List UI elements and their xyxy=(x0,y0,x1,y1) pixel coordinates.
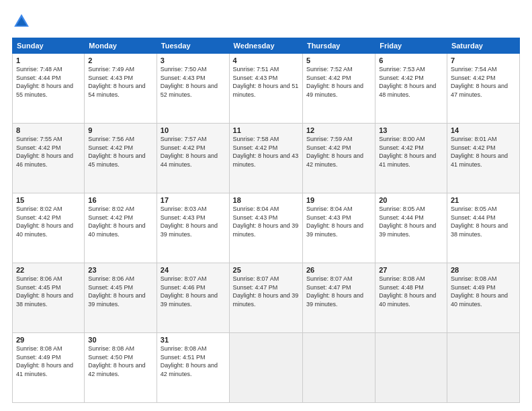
calendar-cell: 24 Sunrise: 8:07 AMSunset: 4:46 PMDaylig… xyxy=(157,263,229,333)
day-number: 30 xyxy=(88,336,153,344)
day-info: Sunrise: 8:02 AMSunset: 4:42 PMDaylight:… xyxy=(16,205,81,238)
day-number: 8 xyxy=(16,126,81,134)
day-number: 22 xyxy=(16,266,81,274)
col-header-friday: Friday xyxy=(375,38,447,54)
page: SundayMondayTuesdayWednesdayThursdayFrid… xyxy=(0,0,532,411)
day-info: Sunrise: 8:02 AMSunset: 4:42 PMDaylight:… xyxy=(88,205,153,238)
day-number: 12 xyxy=(306,126,371,134)
calendar-cell: 31 Sunrise: 8:08 AMSunset: 4:51 PMDaylig… xyxy=(157,333,229,403)
calendar-cell: 22 Sunrise: 8:06 AMSunset: 4:45 PMDaylig… xyxy=(13,263,85,333)
week-row-2: 8 Sunrise: 7:55 AMSunset: 4:42 PMDayligh… xyxy=(13,124,520,193)
day-number: 9 xyxy=(88,126,153,134)
day-number: 20 xyxy=(379,196,443,204)
day-info: Sunrise: 8:08 AMSunset: 4:50 PMDaylight:… xyxy=(88,345,153,378)
day-info: Sunrise: 8:05 AMSunset: 4:44 PMDaylight:… xyxy=(451,205,516,238)
calendar-cell: 20 Sunrise: 8:05 AMSunset: 4:44 PMDaylig… xyxy=(375,193,447,263)
day-info: Sunrise: 7:58 AMSunset: 4:42 PMDaylight:… xyxy=(233,135,299,169)
calendar-cell: 26 Sunrise: 8:07 AMSunset: 4:47 PMDaylig… xyxy=(302,263,375,333)
calendar-cell: 30 Sunrise: 8:08 AMSunset: 4:50 PMDaylig… xyxy=(85,333,157,403)
day-info: Sunrise: 7:49 AMSunset: 4:43 PMDaylight:… xyxy=(88,65,153,99)
calendar-cell: 10 Sunrise: 7:57 AMSunset: 4:42 PMDaylig… xyxy=(157,124,229,193)
day-number: 28 xyxy=(451,266,516,274)
header xyxy=(12,12,520,31)
day-info: Sunrise: 8:07 AMSunset: 4:47 PMDaylight:… xyxy=(306,275,371,308)
day-info: Sunrise: 8:08 AMSunset: 4:48 PMDaylight:… xyxy=(379,275,443,308)
col-header-wednesday: Wednesday xyxy=(229,38,302,54)
calendar-cell: 14 Sunrise: 8:01 AMSunset: 4:42 PMDaylig… xyxy=(447,124,519,193)
day-number: 21 xyxy=(451,196,516,204)
day-info: Sunrise: 8:07 AMSunset: 4:47 PMDaylight:… xyxy=(233,275,299,308)
day-number: 27 xyxy=(379,266,443,274)
logo-icon xyxy=(12,12,31,31)
calendar-cell: 15 Sunrise: 8:02 AMSunset: 4:42 PMDaylig… xyxy=(13,193,85,263)
day-info: Sunrise: 7:50 AMSunset: 4:43 PMDaylight:… xyxy=(161,65,226,99)
calendar-cell: 23 Sunrise: 8:06 AMSunset: 4:45 PMDaylig… xyxy=(85,263,157,333)
calendar-cell: 4 Sunrise: 7:51 AMSunset: 4:43 PMDayligh… xyxy=(229,54,302,124)
day-number: 24 xyxy=(161,266,226,274)
day-info: Sunrise: 7:56 AMSunset: 4:42 PMDaylight:… xyxy=(88,135,153,169)
day-number: 15 xyxy=(16,196,81,204)
col-header-sunday: Sunday xyxy=(13,38,85,54)
day-info: Sunrise: 7:55 AMSunset: 4:42 PMDaylight:… xyxy=(16,135,81,169)
day-info: Sunrise: 7:53 AMSunset: 4:42 PMDaylight:… xyxy=(379,65,443,99)
day-info: Sunrise: 7:57 AMSunset: 4:42 PMDaylight:… xyxy=(161,135,226,169)
day-number: 5 xyxy=(306,56,371,64)
calendar-cell: 25 Sunrise: 8:07 AMSunset: 4:47 PMDaylig… xyxy=(229,263,302,333)
day-number: 31 xyxy=(161,336,226,344)
day-number: 17 xyxy=(161,196,226,204)
day-info: Sunrise: 8:04 AMSunset: 4:43 PMDaylight:… xyxy=(233,205,299,238)
day-number: 10 xyxy=(161,126,226,134)
day-info: Sunrise: 7:52 AMSunset: 4:42 PMDaylight:… xyxy=(306,65,371,99)
day-info: Sunrise: 8:06 AMSunset: 4:45 PMDaylight:… xyxy=(16,275,81,308)
col-header-saturday: Saturday xyxy=(447,38,519,54)
day-info: Sunrise: 8:01 AMSunset: 4:42 PMDaylight:… xyxy=(451,135,516,169)
calendar-cell: 8 Sunrise: 7:55 AMSunset: 4:42 PMDayligh… xyxy=(13,124,85,193)
day-info: Sunrise: 7:59 AMSunset: 4:42 PMDaylight:… xyxy=(306,135,371,169)
day-number: 7 xyxy=(451,56,516,64)
col-header-thursday: Thursday xyxy=(302,38,375,54)
week-row-5: 29 Sunrise: 8:08 AMSunset: 4:49 PMDaylig… xyxy=(13,333,520,403)
calendar-cell: 5 Sunrise: 7:52 AMSunset: 4:42 PMDayligh… xyxy=(302,54,375,124)
calendar-header-row: SundayMondayTuesdayWednesdayThursdayFrid… xyxy=(13,38,520,54)
calendar-cell: 29 Sunrise: 8:08 AMSunset: 4:49 PMDaylig… xyxy=(13,333,85,403)
day-number: 26 xyxy=(306,266,371,274)
calendar-cell: 27 Sunrise: 8:08 AMSunset: 4:48 PMDaylig… xyxy=(375,263,447,333)
calendar-cell: 1 Sunrise: 7:48 AMSunset: 4:44 PMDayligh… xyxy=(13,54,85,124)
week-row-4: 22 Sunrise: 8:06 AMSunset: 4:45 PMDaylig… xyxy=(13,263,520,333)
day-info: Sunrise: 7:54 AMSunset: 4:42 PMDaylight:… xyxy=(451,65,516,99)
day-number: 6 xyxy=(379,56,443,64)
day-number: 29 xyxy=(16,336,81,344)
calendar-cell: 2 Sunrise: 7:49 AMSunset: 4:43 PMDayligh… xyxy=(85,54,157,124)
calendar-cell xyxy=(229,333,302,403)
day-info: Sunrise: 8:00 AMSunset: 4:42 PMDaylight:… xyxy=(379,135,443,169)
day-number: 19 xyxy=(306,196,371,204)
day-number: 4 xyxy=(233,56,299,64)
day-number: 14 xyxy=(451,126,516,134)
calendar-cell: 11 Sunrise: 7:58 AMSunset: 4:42 PMDaylig… xyxy=(229,124,302,193)
day-number: 23 xyxy=(88,266,153,274)
col-header-tuesday: Tuesday xyxy=(157,38,229,54)
calendar-cell xyxy=(375,333,447,403)
calendar-cell: 12 Sunrise: 7:59 AMSunset: 4:42 PMDaylig… xyxy=(302,124,375,193)
calendar-cell: 9 Sunrise: 7:56 AMSunset: 4:42 PMDayligh… xyxy=(85,124,157,193)
calendar-cell: 6 Sunrise: 7:53 AMSunset: 4:42 PMDayligh… xyxy=(375,54,447,124)
week-row-1: 1 Sunrise: 7:48 AMSunset: 4:44 PMDayligh… xyxy=(13,54,520,124)
calendar-cell xyxy=(302,333,375,403)
day-info: Sunrise: 8:05 AMSunset: 4:44 PMDaylight:… xyxy=(379,205,443,238)
calendar-cell: 17 Sunrise: 8:03 AMSunset: 4:43 PMDaylig… xyxy=(157,193,229,263)
day-number: 1 xyxy=(16,56,81,64)
calendar-cell: 28 Sunrise: 8:08 AMSunset: 4:49 PMDaylig… xyxy=(447,263,519,333)
calendar-table: SundayMondayTuesdayWednesdayThursdayFrid… xyxy=(12,38,520,403)
calendar-cell: 21 Sunrise: 8:05 AMSunset: 4:44 PMDaylig… xyxy=(447,193,519,263)
calendar-cell: 13 Sunrise: 8:00 AMSunset: 4:42 PMDaylig… xyxy=(375,124,447,193)
day-number: 18 xyxy=(233,196,299,204)
day-number: 16 xyxy=(88,196,153,204)
day-info: Sunrise: 7:48 AMSunset: 4:44 PMDaylight:… xyxy=(16,65,81,99)
day-info: Sunrise: 8:06 AMSunset: 4:45 PMDaylight:… xyxy=(88,275,153,308)
calendar-cell: 16 Sunrise: 8:02 AMSunset: 4:42 PMDaylig… xyxy=(85,193,157,263)
day-info: Sunrise: 8:08 AMSunset: 4:49 PMDaylight:… xyxy=(451,275,516,308)
day-number: 2 xyxy=(88,56,153,64)
day-number: 11 xyxy=(233,126,299,134)
day-info: Sunrise: 8:03 AMSunset: 4:43 PMDaylight:… xyxy=(161,205,226,238)
calendar-cell xyxy=(447,333,519,403)
